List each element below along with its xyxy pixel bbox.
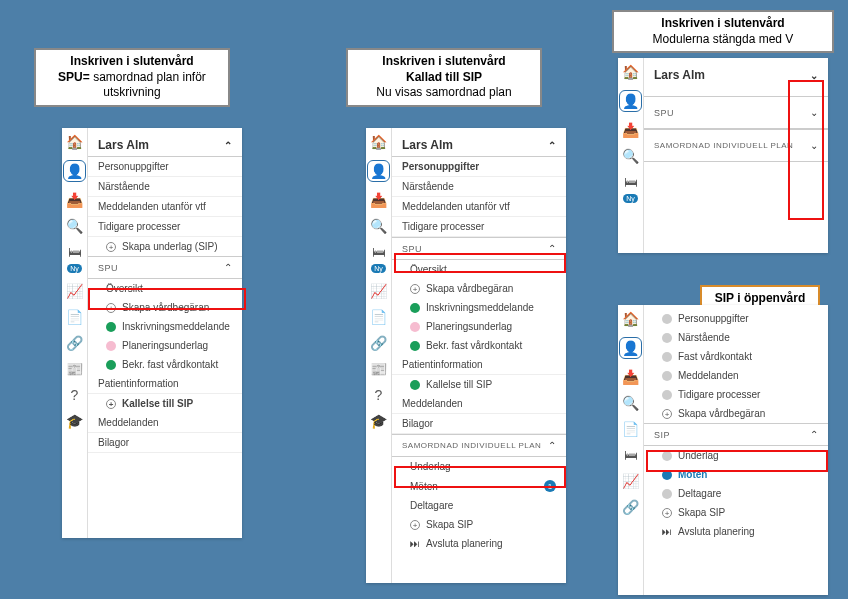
menu-item[interactable]: Personuppgifter: [644, 309, 828, 328]
menu-item[interactable]: Underlag: [392, 457, 566, 476]
menu-item[interactable]: Inskrivningsmeddelande: [88, 317, 242, 336]
search-icon[interactable]: 🔍: [622, 395, 639, 411]
person-icon[interactable]: 👤: [367, 160, 390, 182]
home-icon[interactable]: 🏠: [622, 64, 639, 80]
help-icon[interactable]: ?: [71, 387, 79, 403]
menu-item[interactable]: Inskrivningsmeddelande: [392, 298, 566, 317]
inbox-icon[interactable]: 📥: [622, 122, 639, 138]
link-icon[interactable]: 🔗: [66, 335, 83, 351]
spu-header[interactable]: SPU⌃: [392, 237, 566, 260]
menu-item[interactable]: Översikt: [392, 260, 566, 279]
menu-item[interactable]: Meddelanden utanför vtf: [88, 197, 242, 217]
news-icon[interactable]: 📰: [370, 361, 387, 377]
patient-header[interactable]: Lars Alm ⌃: [88, 132, 242, 157]
link-icon[interactable]: 🔗: [622, 499, 639, 515]
link-icon[interactable]: 🔗: [370, 335, 387, 351]
iconbar-1: 🏠 👤 📥 🔍 🛏 Ny 📈 📄 🔗 📰 ? 🎓: [62, 128, 88, 538]
menu-item[interactable]: Deltagare: [392, 496, 566, 515]
graduation-icon[interactable]: 🎓: [370, 413, 387, 429]
home-icon[interactable]: 🏠: [66, 134, 83, 150]
search-icon[interactable]: 🔍: [370, 218, 387, 234]
bed-icon[interactable]: 🛏: [624, 174, 638, 190]
person-icon[interactable]: 👤: [63, 160, 86, 182]
home-icon[interactable]: 🏠: [370, 134, 387, 150]
menu-item[interactable]: Närstående: [88, 177, 242, 197]
menu-item-active[interactable]: Möten: [644, 465, 828, 484]
patient-header[interactable]: Lars Alm ⌃: [392, 132, 566, 157]
menu-item[interactable]: Tidigare processer: [392, 217, 566, 237]
spu-header[interactable]: SPU⌄: [644, 96, 828, 129]
menu-item[interactable]: Planeringsunderlag: [392, 317, 566, 336]
menu-item-skapa[interactable]: +Skapa vårdbegäran: [644, 404, 828, 423]
samordnad-header[interactable]: SAMORDNAD INDIVIDUELL PLAN⌃: [392, 434, 566, 457]
menu-body-1: Lars Alm ⌃ Personuppgifter Närstående Me…: [88, 128, 242, 538]
iconbar-2: 🏠 👤 📥 🔍 🛏 Ny 📈 📄 🔗 📰 ? 🎓: [366, 128, 392, 583]
menu-item[interactable]: Kallelse till SIP: [392, 375, 566, 394]
menu-item[interactable]: Fast vårdkontakt: [644, 347, 828, 366]
menu-item[interactable]: Tidigare processer: [88, 217, 242, 237]
sip-header[interactable]: SIP⌃: [644, 423, 828, 446]
document-icon[interactable]: 📄: [370, 309, 387, 325]
menu-item[interactable]: +Skapa SIP: [644, 503, 828, 522]
search-icon[interactable]: 🔍: [622, 148, 639, 164]
menu-item[interactable]: Personuppgifter: [88, 157, 242, 177]
person-icon[interactable]: 👤: [619, 90, 642, 112]
menu-item[interactable]: Bekr. fast vårdkontakt: [392, 336, 566, 355]
patient-header[interactable]: Lars Alm ⌄: [644, 62, 828, 96]
menu-item[interactable]: Meddelanden utanför vtf: [392, 197, 566, 217]
news-icon[interactable]: 📰: [66, 361, 83, 377]
document-icon[interactable]: 📄: [622, 421, 639, 437]
graduation-icon[interactable]: 🎓: [66, 413, 83, 429]
menu-item[interactable]: Närstående: [392, 177, 566, 197]
menu-item[interactable]: Underlag: [644, 446, 828, 465]
bed-icon[interactable]: 🛏: [372, 244, 386, 260]
menu-item[interactable]: +Skapa vårdbegäran: [392, 279, 566, 298]
chart-icon[interactable]: 📈: [66, 283, 83, 299]
menu-item[interactable]: Tidigare processer: [644, 385, 828, 404]
iconbar-4: 🏠 👤 📥 🔍 📄 🛏 📈 🔗: [618, 305, 644, 595]
menu-item[interactable]: Personuppgifter: [392, 157, 566, 177]
menu-item[interactable]: +Skapa SIP: [392, 515, 566, 534]
chevron-up-icon: ⌃: [810, 429, 819, 440]
search-icon[interactable]: 🔍: [66, 218, 83, 234]
end-icon: ⏭: [410, 538, 420, 549]
menu-item[interactable]: Meddelanden: [88, 413, 242, 433]
menu-item[interactable]: Möten1: [392, 476, 566, 496]
document-icon[interactable]: 📄: [66, 309, 83, 325]
person-icon[interactable]: 👤: [619, 337, 642, 359]
home-icon[interactable]: 🏠: [622, 311, 639, 327]
menu-item[interactable]: Planeringsunderlag: [88, 336, 242, 355]
patient-name: Lars Alm: [654, 68, 705, 82]
chart-icon[interactable]: 📈: [622, 473, 639, 489]
ny-badge: Ny: [67, 264, 82, 273]
menu-item-skapa[interactable]: +Skapa underlag (SIP): [88, 237, 242, 256]
end-icon: ⏭: [662, 526, 672, 537]
help-icon[interactable]: ?: [375, 387, 383, 403]
menu-item[interactable]: Meddelanden: [392, 394, 566, 414]
inbox-icon[interactable]: 📥: [370, 192, 387, 208]
menu-item[interactable]: Bilagor: [88, 433, 242, 453]
menu-item[interactable]: ⏭Avsluta planering: [392, 534, 566, 553]
spu-header[interactable]: SPU⌃: [88, 256, 242, 279]
menu-item[interactable]: Översikt: [88, 279, 242, 298]
menu-item[interactable]: Deltagare: [644, 484, 828, 503]
menu-item[interactable]: Bekr. fast vårdkontakt: [88, 355, 242, 374]
samordnad-header[interactable]: SAMORDNAD INDIVIDUELL PLAN⌄: [644, 129, 828, 162]
menu-item[interactable]: Meddelanden: [644, 366, 828, 385]
ny-badge: Ny: [623, 194, 638, 203]
label-p1-line1: Inskriven i slutenvård: [70, 54, 193, 68]
menu-item-kallelse[interactable]: +Kallelse till SIP: [88, 394, 242, 413]
menu-item[interactable]: Patientinformation: [392, 355, 566, 375]
plus-icon: +: [410, 284, 420, 294]
inbox-icon[interactable]: 📥: [66, 192, 83, 208]
chart-icon[interactable]: 📈: [370, 283, 387, 299]
menu-item[interactable]: ⏭Avsluta planering: [644, 522, 828, 541]
inbox-icon[interactable]: 📥: [622, 369, 639, 385]
bed-icon[interactable]: 🛏: [624, 447, 638, 463]
dot-icon: [662, 352, 672, 362]
menu-item[interactable]: +Skapa vårdbegäran: [88, 298, 242, 317]
bed-icon[interactable]: 🛏: [68, 244, 82, 260]
menu-item[interactable]: Patientinformation: [88, 374, 242, 394]
menu-item[interactable]: Bilagor: [392, 414, 566, 434]
menu-item[interactable]: Närstående: [644, 328, 828, 347]
